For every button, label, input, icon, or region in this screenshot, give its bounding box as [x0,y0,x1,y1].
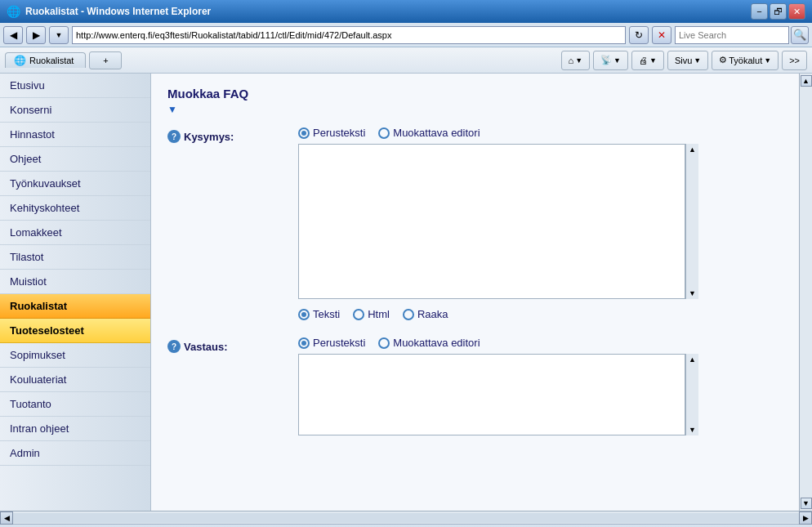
toolbar: 🌐 Ruokalistat + ⌂ ▼ 📡 ▼ 🖨 ▼ Sivu ▼ ⚙ Työ… [0,47,812,74]
vastaus-content: Perusteksti Muokattava editori ▲ [265,337,783,438]
feed-button[interactable]: 📡 ▼ [593,51,628,70]
tyokalut-label: Työkalut [729,56,762,65]
kysymys-help-icon[interactable]: ? [167,130,181,143]
close-button[interactable]: ✕ [788,3,805,20]
sidebar-item-tuotanto[interactable]: Tuotanto [0,392,150,417]
kysymys-section: ? Kysymys: Perusteksti Muokat [167,127,783,320]
new-tab-button[interactable]: + [89,51,122,69]
sidebar-item-muistiot[interactable]: Muistiot [0,270,150,294]
radio-circle-vastaus-perusteksti [298,337,310,349]
print-button[interactable]: 🖨 ▼ [631,51,664,70]
feed-dropdown: ▼ [613,56,621,65]
home-button[interactable]: ⌂ ▼ [561,51,591,70]
print-icon: 🖨 [639,56,648,65]
sidebar-item-tyonkuvaukset[interactable]: Työnkuvaukset [0,172,150,196]
address-input[interactable] [72,26,626,44]
kysymys-radio-muokattava[interactable]: Muokattava editori [378,127,480,139]
h-scroll-left[interactable]: ◀ [0,511,13,525]
content-area[interactable]: Muokkaa FAQ ▼ ? Kysymys: Perusteksti [151,74,799,511]
vastaus-radio-row: Perusteksti Muokattava editori [298,337,783,349]
kysymys-scrollbar: ▲ ▼ [685,144,698,299]
status-bar: 🌐 [0,524,812,527]
vastaus-section: ? Vastaus: Perusteksti Muokat [167,337,783,438]
sidebar-item-lomakkeet[interactable]: Lomakkeet [0,221,150,245]
forward-button[interactable]: ▶ [26,26,46,44]
scroll-down-button[interactable]: ▼ [689,289,696,297]
radio-circle-vastaus-muokattava [378,337,390,349]
radio-raaka[interactable]: Raaka [403,308,448,320]
sidebar-item-kouluateriat[interactable]: Kouluateriat [0,368,150,392]
kysymys-radio-perusteksti[interactable]: Perusteksti [298,127,365,139]
radio-teksti[interactable]: Teksti [298,308,340,320]
home-icon: ⌂ [569,56,574,65]
sivu-label: Sivu [675,56,692,65]
sidebar-item-ohjeet[interactable]: Ohjeet [0,147,150,172]
back-button[interactable]: ◀ [3,26,23,44]
double-arrow-icon: >> [789,56,800,65]
search-button[interactable]: 🔍 [791,26,809,44]
sidebar-item-intran-ohjeet[interactable]: Intran ohjeet [0,417,150,441]
scroll-up-button[interactable]: ▲ [689,145,696,154]
sidebar-item-tuoteselosteet[interactable]: Tuoteselosteet [0,319,150,343]
vastaus-textarea[interactable] [298,354,685,435]
restore-button[interactable]: 🗗 [770,3,787,20]
horizontal-scrollbar: ◀ ▶ [0,511,812,524]
sivu-button[interactable]: Sivu ▼ [667,51,708,70]
vastaus-scroll-down-button[interactable]: ▼ [689,426,696,434]
main-scroll-down[interactable]: ▼ [801,498,812,509]
kysymys-textarea-wrapper: ▲ ▼ [298,144,698,301]
vastaus-scrollbar: ▲ ▼ [685,354,698,435]
collapse-arrow[interactable]: ▼ [167,104,783,115]
search-input[interactable] [675,26,789,44]
title-bar: 🌐 Ruokalistat - Windows Internet Explore… [0,0,812,23]
minimize-button[interactable]: − [751,3,768,20]
radio-circle-perusteksti [298,127,310,139]
main-scroll-up[interactable]: ▲ [801,75,812,87]
more-button[interactable]: >> [782,51,807,70]
dropdown-button[interactable]: ▼ [49,26,69,44]
sidebar-item-etusivu[interactable]: Etusivu [0,74,150,98]
tyokalut-button[interactable]: ⚙ Työkalut ▼ [712,51,779,70]
kysymys-content: Perusteksti Muokattava editori ▲ [265,127,783,320]
sidebar-item-kehityskohteet[interactable]: Kehityskohteet [0,196,150,221]
vastaus-scroll-up-button[interactable]: ▲ [689,355,696,364]
browser-tab[interactable]: 🌐 Ruokalistat [5,52,86,68]
radio-circle-teksti [298,309,310,320]
sidebar-item-sopimukset[interactable]: Sopimukset [0,343,150,368]
refresh-button[interactable]: ↻ [629,26,649,44]
home-dropdown: ▼ [575,56,582,65]
radio-circle-html [353,309,364,320]
stop-button[interactable]: ✕ [652,26,671,44]
main-layout: Etusivu Konserni Hinnastot Ohjeet Työnku… [0,74,812,511]
main-scrollbar: ▲ ▼ [799,74,812,511]
address-bar: ◀ ▶ ▼ ↻ ✕ 🔍 [0,23,812,47]
gear-icon: ⚙ [719,55,727,65]
print-dropdown: ▼ [649,56,657,65]
h-scroll-track[interactable] [13,513,799,523]
kysymys-textarea[interactable] [298,144,685,299]
vastaus-radio-muokattava[interactable]: Muokattava editori [378,337,480,349]
radio-html[interactable]: Html [353,308,390,320]
sidebar-item-admin[interactable]: Admin [0,441,150,466]
kysymys-bottom-radio-row: Teksti Html Raaka [298,308,783,320]
vastaus-row: ? Vastaus: Perusteksti Muokat [167,337,783,438]
vastaus-radio-perusteksti[interactable]: Perusteksti [298,337,365,349]
window-title: Ruokalistat - Windows Internet Explorer [25,6,746,17]
radio-circle-muokattava [378,127,390,139]
sivu-dropdown: ▼ [694,56,701,65]
sidebar-item-konserni[interactable]: Konserni [0,98,150,123]
tyokalut-dropdown: ▼ [764,56,771,65]
sidebar-item-tilastot[interactable]: Tilastot [0,245,150,270]
tab-favicon: 🌐 [14,55,26,66]
vastaus-textarea-wrapper: ▲ ▼ [298,354,698,438]
ie-icon: 🌐 [7,5,20,18]
sidebar: Etusivu Konserni Hinnastot Ohjeet Työnku… [0,74,151,511]
vastaus-help-icon[interactable]: ? [167,340,181,353]
kysymys-row: ? Kysymys: Perusteksti Muokat [167,127,783,320]
sidebar-item-ruokalistat[interactable]: Ruokalistat [0,294,150,319]
sidebar-item-hinnastot[interactable]: Hinnastot [0,123,150,147]
h-scroll-right[interactable]: ▶ [799,511,812,525]
vastaus-label: ? Vastaus: [167,337,265,353]
feed-icon: 📡 [600,55,612,65]
kysymys-label: ? Kysymys: [167,127,265,143]
